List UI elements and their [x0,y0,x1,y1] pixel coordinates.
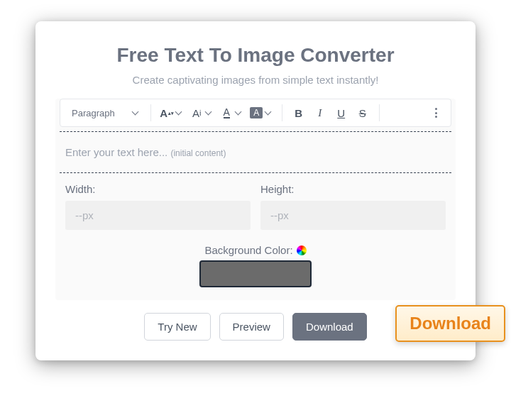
text-input-area[interactable]: Enter your text here... (initial content… [55,136,456,168]
block-format-label: Paragraph [72,108,115,118]
more-vertical-icon [435,108,437,118]
font-size-icon: A▴▾ [160,106,173,119]
toolbar-separator [150,104,151,121]
height-input[interactable] [260,201,446,230]
toolbar-separator [282,104,282,121]
italic-icon: I [314,106,326,119]
download-button[interactable]: Download [292,313,367,341]
chevron-down-icon [205,109,212,116]
width-block: Width: [65,183,251,230]
dashed-divider [60,172,451,173]
underline-button[interactable]: U [331,103,352,123]
chevron-down-icon [265,109,272,116]
dimensions-row: Width: Height: [55,177,456,240]
width-label: Width: [65,183,251,195]
preview-button[interactable]: Preview [219,313,284,341]
page-subtitle: Create captivating images from simple te… [55,74,456,86]
height-label: Height: [260,183,446,195]
editor-toolbar: Paragraph A▴▾ AI [60,99,451,127]
chevron-down-icon [132,109,139,116]
bold-icon: B [292,106,305,119]
text-placeholder-hint: (initial content) [170,148,226,158]
dashed-divider [60,131,451,132]
font-color-button[interactable]: A [216,103,246,123]
chevron-down-icon [175,109,182,116]
page-title: Free Text To Image Converter [55,44,456,67]
block-format-select[interactable]: Paragraph [65,105,145,121]
font-color-icon: A [220,106,233,119]
color-wheel-icon [297,245,307,255]
underline-icon: U [335,106,348,119]
background-color-button[interactable]: A [246,103,276,123]
toolbar-separator [379,104,380,121]
width-input[interactable] [65,201,251,230]
more-options-button[interactable] [425,103,446,123]
text-placeholder: Enter your text here... [65,146,170,158]
font-size-button[interactable]: A▴▾ [157,103,187,123]
strikethrough-icon: S [356,106,369,119]
height-block: Height: [260,183,446,230]
background-color-label-row: Background Color: [204,244,306,256]
letter-case-icon: AI [190,106,203,119]
background-color-label: Background Color: [204,244,292,256]
chevron-down-icon [235,109,242,116]
try-new-button[interactable]: Try New [144,313,210,341]
download-callout: Download [395,305,505,342]
background-color-icon: A [250,106,263,119]
strikethrough-button[interactable]: S [352,103,373,123]
italic-button[interactable]: I [309,103,331,123]
background-color-picker[interactable] [199,260,312,287]
editor-area: Paragraph A▴▾ AI [55,99,456,300]
background-color-section: Background Color: [55,240,456,300]
letter-case-button[interactable]: AI [187,103,216,123]
bold-button[interactable]: B [288,103,309,123]
